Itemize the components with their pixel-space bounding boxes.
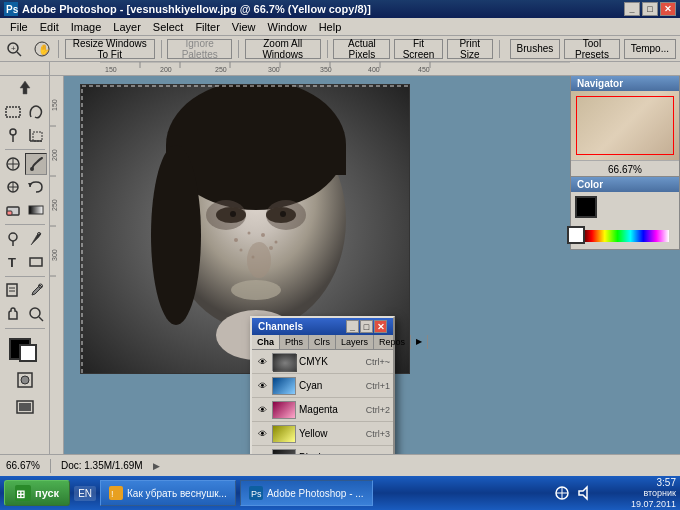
title-bar: Ps Adobe Photoshop - [vesnushkiyellow.jp… — [0, 0, 680, 18]
channels-dialog-titlebar[interactable]: Channels _ □ ✕ — [252, 318, 393, 335]
tab-channels[interactable]: Cha — [252, 335, 280, 349]
taskbar-icons — [554, 485, 592, 501]
network-icon — [554, 485, 570, 501]
color-panel: Color — [570, 176, 680, 250]
foreground-color-swatch[interactable] — [575, 196, 597, 218]
minimize-button[interactable]: _ — [624, 2, 640, 16]
fit-screen-btn[interactable]: Fit Screen — [394, 39, 442, 59]
zoom-all-windows-btn[interactable]: Zoom All Windows — [245, 39, 321, 59]
start-button[interactable]: ⊞ пуск — [4, 480, 70, 506]
eye-magenta[interactable]: 👁 — [255, 405, 269, 415]
menu-edit[interactable]: Edit — [34, 20, 65, 34]
eraser-tool[interactable] — [2, 199, 24, 221]
move-tool[interactable] — [14, 78, 36, 100]
actual-pixels-btn[interactable]: Actual Pixels — [333, 39, 390, 59]
tempo-btn[interactable]: Tempo... — [624, 39, 676, 59]
dialog-close-btn[interactable]: ✕ — [374, 320, 387, 333]
brushes-btn[interactable]: Brushes — [510, 39, 561, 59]
svg-rect-39 — [29, 206, 43, 214]
magic-wand-tool[interactable] — [2, 124, 24, 146]
channels-menu-btn[interactable]: ▶ — [411, 335, 428, 349]
menu-layer[interactable]: Layer — [107, 20, 147, 34]
horizontal-ruler: // Ruler marks drawn inline 150 200 250 … — [100, 62, 570, 76]
crop-tool[interactable] — [25, 124, 47, 146]
channel-black[interactable]: 👁 Black Ctrl+4 — [252, 446, 393, 454]
background-color-swatch[interactable] — [567, 226, 585, 244]
channels-dialog: Channels _ □ ✕ Cha Pths Clrs Layers Repo… — [250, 316, 395, 454]
svg-point-72 — [234, 238, 238, 242]
navigator-zoom-box[interactable] — [576, 96, 674, 155]
zoom-tool[interactable] — [25, 303, 47, 325]
svg-rect-23 — [6, 107, 20, 117]
brush-tool[interactable] — [25, 153, 47, 175]
close-button[interactable]: ✕ — [660, 2, 676, 16]
tab-repos[interactable]: Repos — [374, 335, 411, 349]
menu-bar: File Edit Image Layer Select Filter View… — [0, 18, 680, 36]
channel-magenta[interactable]: 👁 Magenta Ctrl+2 — [252, 398, 393, 422]
menu-help[interactable]: Help — [313, 20, 348, 34]
eye-yellow[interactable]: 👁 — [255, 429, 269, 439]
channel-name-cmyk: CMYK — [299, 356, 362, 367]
taskbar-clock: 3:57 вторник19.07.2011 — [596, 477, 676, 510]
channel-cyan[interactable]: 👁 Cyan Ctrl+1 — [252, 374, 393, 398]
dialog-minimize-btn[interactable]: _ — [346, 320, 359, 333]
menu-select[interactable]: Select — [147, 20, 190, 34]
menu-image[interactable]: Image — [65, 20, 108, 34]
svg-text:⊞: ⊞ — [16, 488, 25, 500]
dodge-tool[interactable] — [2, 228, 24, 250]
svg-text:Ps: Ps — [6, 4, 18, 15]
eyedropper-tool[interactable] — [25, 280, 47, 302]
left-toolbar: T — [0, 76, 50, 454]
print-size-btn[interactable]: Print Size — [447, 39, 493, 59]
eye-cmyk[interactable]: 👁 — [255, 357, 269, 367]
clone-stamp-tool[interactable] — [2, 176, 24, 198]
eye-black[interactable]: 👁 — [255, 453, 269, 455]
color-panel-title[interactable]: Color — [571, 177, 679, 192]
hand-tool[interactable] — [2, 303, 24, 325]
canvas-area: 150 200 250 300 — [50, 76, 680, 454]
shape-tool[interactable] — [25, 251, 47, 273]
background-color[interactable] — [19, 344, 37, 362]
taskbar-photoshop[interactable]: Ps Adobe Photoshop - ... — [240, 480, 373, 506]
eye-cyan[interactable]: 👁 — [255, 381, 269, 391]
separator-3 — [238, 40, 239, 58]
maximize-button[interactable]: □ — [642, 2, 658, 16]
gradient-tool[interactable] — [25, 199, 47, 221]
pen-tool[interactable] — [25, 228, 47, 250]
type-tool[interactable]: T — [2, 251, 24, 273]
color-spectrum-bar[interactable] — [579, 230, 669, 242]
taskbar-language[interactable]: EN — [74, 486, 96, 501]
quick-mask-btn[interactable] — [14, 369, 36, 391]
color-selector[interactable] — [5, 334, 45, 366]
tab-paths[interactable]: Pths — [280, 335, 309, 349]
channel-shortcut-cyan: Ctrl+1 — [366, 381, 390, 391]
color-swatch-row — [575, 196, 675, 224]
resize-windows-btn[interactable]: Resize Windows To Fit — [65, 39, 155, 59]
taskbar-notification-1[interactable]: ! Как убрать веснушк... — [100, 480, 236, 506]
menu-filter[interactable]: Filter — [189, 20, 225, 34]
tool-divider-3 — [5, 276, 45, 277]
notes-tool[interactable] — [2, 280, 24, 302]
menu-view[interactable]: View — [226, 20, 262, 34]
tool-presets-btn[interactable]: Tool Presets — [564, 39, 619, 59]
tab-layers[interactable]: Layers — [336, 335, 374, 349]
hand-tool-icon[interactable]: ✋ — [32, 38, 52, 60]
menu-file[interactable]: File — [4, 20, 34, 34]
zoom-tool-icon[interactable]: + — [4, 38, 24, 60]
channel-cmyk[interactable]: 👁 CMYK Ctrl+~ — [252, 350, 393, 374]
history-brush-tool[interactable] — [25, 176, 47, 198]
ignore-palettes-btn[interactable]: Ignore Palettes — [167, 39, 232, 59]
lasso-tool[interactable] — [25, 101, 47, 123]
marquee-tool[interactable] — [2, 101, 24, 123]
channel-yellow[interactable]: 👁 Yellow Ctrl+3 — [252, 422, 393, 446]
svg-line-3 — [17, 52, 21, 56]
healing-brush-tool[interactable] — [2, 153, 24, 175]
menu-window[interactable]: Window — [262, 20, 313, 34]
dialog-maximize-btn[interactable]: □ — [360, 320, 373, 333]
svg-point-32 — [30, 167, 34, 171]
svg-marker-96 — [579, 487, 587, 499]
screen-mode-btn[interactable] — [14, 396, 36, 418]
tab-colors[interactable]: Clrs — [309, 335, 336, 349]
channel-shortcut-magenta: Ctrl+2 — [366, 405, 390, 415]
navigator-title[interactable]: Navigator — [571, 76, 679, 91]
